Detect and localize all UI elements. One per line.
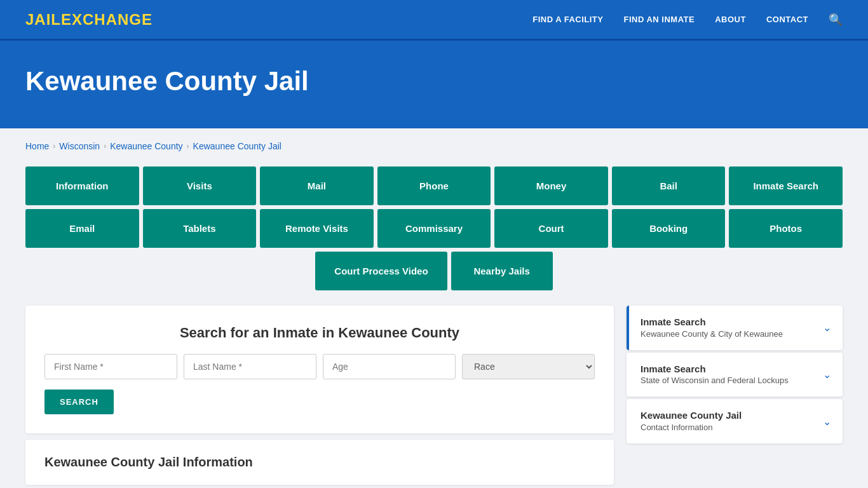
- btn-tablets[interactable]: Tablets: [143, 209, 257, 248]
- sidebar: Inmate Search Kewaunee County & City of …: [627, 306, 843, 446]
- site-logo[interactable]: JAILEXCHANGE: [25, 11, 153, 29]
- first-name-input[interactable]: [44, 354, 177, 379]
- last-name-input[interactable]: [184, 354, 316, 379]
- sidebar-card-1-sub: Kewaunee County & City of Kewaunee: [641, 329, 817, 340]
- breadcrumb-kewaunee-jail[interactable]: Kewaunee County Jail: [193, 141, 281, 151]
- btn-phone[interactable]: Phone: [377, 166, 491, 205]
- breadcrumb-home[interactable]: Home: [25, 141, 49, 151]
- sidebar-card-2: Inmate Search State of Wisconsin and Fed…: [627, 353, 843, 397]
- btn-remote-visits[interactable]: Remote Visits: [260, 209, 374, 248]
- race-select[interactable]: Race White Black Hispanic Asian Other: [462, 354, 595, 379]
- logo-text-jail: JAIL: [25, 11, 61, 28]
- sidebar-card-1-toggle[interactable]: Inmate Search Kewaunee County & City of …: [627, 306, 843, 350]
- btn-email[interactable]: Email: [25, 209, 139, 248]
- category-buttons-row3: Court Process Video Nearby Jails: [25, 252, 843, 290]
- chevron-down-icon-2: ⌄: [823, 369, 831, 381]
- breadcrumb-sep-3: ›: [187, 142, 189, 151]
- btn-visits[interactable]: Visits: [143, 166, 257, 205]
- sidebar-card-2-sub: State of Wisconsin and Federal Lockups: [641, 375, 817, 386]
- btn-photos[interactable]: Photos: [729, 209, 843, 248]
- sidebar-card-1-title: Inmate Search: [641, 316, 817, 329]
- sidebar-card-2-title: Inmate Search: [641, 363, 817, 376]
- chevron-down-icon-1: ⌄: [823, 322, 831, 334]
- nav-about[interactable]: ABOUT: [715, 15, 746, 24]
- btn-bail[interactable]: Bail: [612, 166, 726, 205]
- category-buttons-row1: Information Visits Mail Phone Money Bail…: [25, 166, 843, 205]
- nav-find-facility[interactable]: FIND A FACILITY: [532, 15, 603, 24]
- content-area: Home › Wisconsin › Kewaunee County › Kew…: [0, 128, 868, 488]
- nav-find-inmate[interactable]: FIND AN INMATE: [623, 15, 695, 24]
- breadcrumb-kewaunee-county[interactable]: Kewaunee County: [110, 141, 182, 151]
- sidebar-card-2-text: Inmate Search State of Wisconsin and Fed…: [641, 363, 817, 387]
- sidebar-card-3-sub: Contact Information: [641, 422, 817, 433]
- logo-highlight: E: [61, 11, 72, 28]
- sidebar-card-3-text: Kewaunee County Jail Contact Information: [641, 409, 817, 433]
- nav-contact[interactable]: CONTACT: [766, 15, 808, 24]
- sidebar-card-3-toggle[interactable]: Kewaunee County Jail Contact Information…: [627, 399, 843, 444]
- btn-commissary[interactable]: Commissary: [377, 209, 491, 248]
- breadcrumb-wisconsin[interactable]: Wisconsin: [59, 141, 100, 151]
- btn-court-process-video[interactable]: Court Process Video: [315, 252, 447, 290]
- sidebar-card-2-toggle[interactable]: Inmate Search State of Wisconsin and Fed…: [627, 353, 843, 397]
- main-layout: Search for an Inmate in Kewaunee County …: [25, 306, 843, 485]
- age-input[interactable]: [323, 354, 456, 379]
- chevron-down-icon-3: ⌄: [823, 416, 831, 428]
- sidebar-card-1-text: Inmate Search Kewaunee County & City of …: [641, 316, 817, 340]
- btn-money[interactable]: Money: [494, 166, 608, 205]
- search-fields: Race White Black Hispanic Asian Other: [44, 354, 595, 379]
- logo-text-xchange: XCHANGE: [72, 11, 153, 28]
- btn-information[interactable]: Information: [25, 166, 139, 205]
- page-title: Kewaunee County Jail: [25, 66, 843, 97]
- btn-mail[interactable]: Mail: [260, 166, 374, 205]
- btn-booking[interactable]: Booking: [612, 209, 726, 248]
- btn-nearby-jails[interactable]: Nearby Jails: [451, 252, 553, 290]
- navbar: JAILEXCHANGE FIND A FACILITY FIND AN INM…: [0, 0, 868, 41]
- btn-court[interactable]: Court: [494, 209, 608, 248]
- sidebar-card-1: Inmate Search Kewaunee County & City of …: [627, 306, 843, 350]
- hero-banner: Kewaunee County Jail: [0, 41, 868, 128]
- nav-links: FIND A FACILITY FIND AN INMATE ABOUT CON…: [532, 13, 843, 27]
- breadcrumb: Home › Wisconsin › Kewaunee County › Kew…: [25, 141, 843, 151]
- inmate-search-panel: Search for an Inmate in Kewaunee County …: [25, 306, 614, 433]
- sidebar-card-3: Kewaunee County Jail Contact Information…: [627, 399, 843, 444]
- breadcrumb-sep-1: ›: [53, 142, 55, 151]
- search-icon[interactable]: 🔍: [829, 13, 843, 27]
- sidebar-card-3-title: Kewaunee County Jail: [641, 409, 817, 422]
- left-column: Search for an Inmate in Kewaunee County …: [25, 306, 614, 485]
- btn-inmate-search[interactable]: Inmate Search: [729, 166, 843, 205]
- info-section: Kewaunee County Jail Information: [25, 440, 614, 485]
- info-title: Kewaunee County Jail Information: [44, 455, 595, 470]
- search-title: Search for an Inmate in Kewaunee County: [44, 325, 595, 341]
- category-buttons-row2: Email Tablets Remote Visits Commissary C…: [25, 209, 843, 248]
- search-button[interactable]: SEARCH: [44, 390, 114, 414]
- breadcrumb-sep-2: ›: [104, 142, 106, 151]
